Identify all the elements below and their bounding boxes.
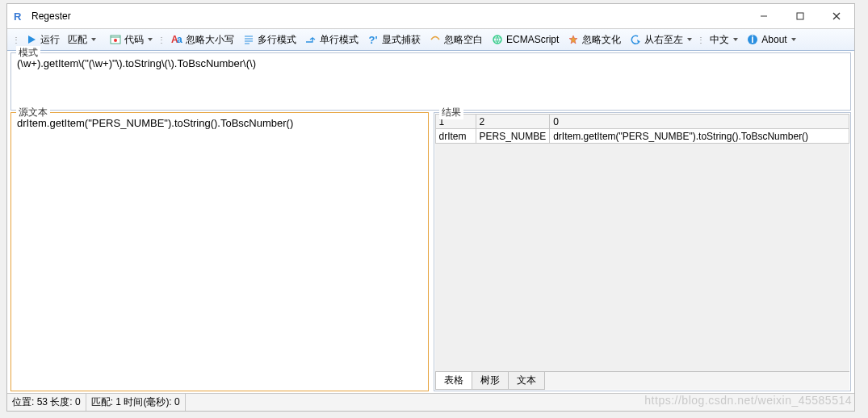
explicit-capture-toggle[interactable]: ?' 显式捕获 (363, 31, 424, 48)
chevron-down-icon (687, 38, 692, 41)
rtl-toggle[interactable]: 从右至左 (626, 31, 695, 48)
result-grid[interactable]: 1 2 0 drItem PERS_NUMBE drItem.getItem("… (435, 114, 850, 371)
ignore-ws-label: 忽略空白 (444, 33, 483, 47)
grid-header[interactable]: 2 (476, 115, 550, 129)
toolbar: 运行 匹配 代码 Aa 忽略大小写 多行模式 单行模式 ?' 显式捕获 (7, 28, 854, 51)
svg-point-14 (493, 36, 501, 44)
tab-table[interactable]: 表格 (435, 372, 472, 390)
status-match: 匹配: 1 时间(毫秒): 0 (86, 394, 186, 411)
result-fieldset: 结果 1 2 0 drItem PERS_NUMBE drItem.g (434, 112, 852, 391)
svg-text:i: i (752, 34, 754, 45)
singleline-toggle[interactable]: 单行模式 (301, 31, 362, 48)
pattern-fieldset: 模式 (10, 52, 851, 111)
ignore-case-toggle[interactable]: Aa 忽略大小写 (167, 31, 237, 48)
grid-cell: drItem (435, 129, 476, 144)
svg-marker-4 (28, 36, 36, 44)
play-icon (25, 33, 38, 46)
pattern-legend: 模式 (16, 46, 40, 60)
rtl-label: 从右至左 (644, 33, 683, 47)
window-title: Regester (31, 10, 745, 22)
question-icon: ?' (367, 33, 379, 46)
ecma-icon (491, 33, 504, 46)
star-icon (567, 33, 580, 46)
ignore-culture-label: 忽略文化 (582, 33, 621, 47)
pattern-input[interactable] (12, 54, 849, 109)
multiline-icon (242, 33, 255, 46)
svg-marker-15 (569, 36, 577, 44)
about-button[interactable]: i About (743, 31, 799, 48)
source-fieldset: 源文本 (10, 112, 429, 391)
info-icon: i (746, 33, 759, 46)
grid-header-row: 1 2 0 (435, 115, 849, 129)
result-tabs: 表格 树形 文本 (435, 371, 850, 390)
singleline-label: 单行模式 (320, 33, 359, 47)
code-icon (109, 33, 122, 46)
tab-text[interactable]: 文本 (508, 372, 545, 390)
window-controls (745, 4, 854, 28)
whitespace-icon (429, 33, 442, 46)
close-button[interactable] (818, 4, 854, 28)
grid-header[interactable]: 0 (550, 115, 849, 129)
app-icon: R (14, 10, 27, 23)
about-label: About (761, 34, 786, 45)
result-legend: 结果 (439, 106, 463, 119)
ignore-culture-toggle[interactable]: 忽略文化 (564, 31, 624, 48)
chevron-down-icon (148, 38, 153, 41)
multiline-label: 多行模式 (258, 33, 296, 47)
status-position: 位置: 53 长度: 0 (7, 394, 86, 411)
code-label: 代码 (124, 33, 144, 47)
match-label: 匹配 (68, 33, 87, 47)
titlebar: R Regester (7, 4, 854, 28)
app-window: R Regester 运行 匹配 代码 Aa 忽略大小写 (6, 3, 855, 412)
svg-rect-1 (797, 13, 803, 19)
lang-label: 中文 (710, 33, 729, 47)
language-dropdown[interactable]: 中文 (707, 31, 741, 48)
separator (159, 31, 164, 48)
content-area: 模式 源文本 结果 1 2 0 (7, 51, 854, 393)
tab-tree[interactable]: 树形 (472, 372, 509, 390)
code-button[interactable]: 代码 (106, 31, 156, 48)
grid-cell: drItem.getItem("PERS_NUMBE").toString().… (550, 129, 849, 144)
source-legend: 源文本 (16, 106, 50, 119)
chevron-down-icon (791, 38, 796, 41)
svg-text:a: a (177, 35, 182, 44)
match-dropdown[interactable]: 匹配 (65, 31, 99, 48)
run-label: 运行 (40, 33, 60, 47)
ecmascript-toggle[interactable]: ECMAScript (488, 31, 562, 48)
split-panel: 源文本 结果 1 2 0 d (10, 112, 851, 391)
svg-point-7 (114, 39, 117, 42)
minimize-button[interactable] (745, 4, 782, 28)
maximize-button[interactable] (782, 4, 818, 28)
toolbar-grip (14, 31, 19, 48)
chevron-down-icon (91, 38, 96, 41)
rtl-icon (629, 33, 642, 46)
source-input[interactable] (12, 114, 427, 390)
multiline-toggle[interactable]: 多行模式 (239, 31, 300, 48)
ignore-case-label: 忽略大小写 (186, 33, 234, 47)
ignore-whitespace-toggle[interactable]: 忽略空白 (426, 31, 486, 48)
case-icon: Aa (170, 33, 183, 46)
ecma-label: ECMAScript (506, 34, 559, 45)
grid-row[interactable]: drItem PERS_NUMBE drItem.getItem("PERS_N… (435, 129, 849, 144)
statusbar: 位置: 53 长度: 0 匹配: 1 时间(毫秒): 0 (7, 393, 854, 411)
separator (698, 31, 703, 48)
explicit-label: 显式捕获 (382, 33, 421, 47)
chevron-down-icon (733, 38, 738, 41)
grid-cell: PERS_NUMBE (476, 129, 550, 144)
singleline-icon (304, 33, 317, 46)
